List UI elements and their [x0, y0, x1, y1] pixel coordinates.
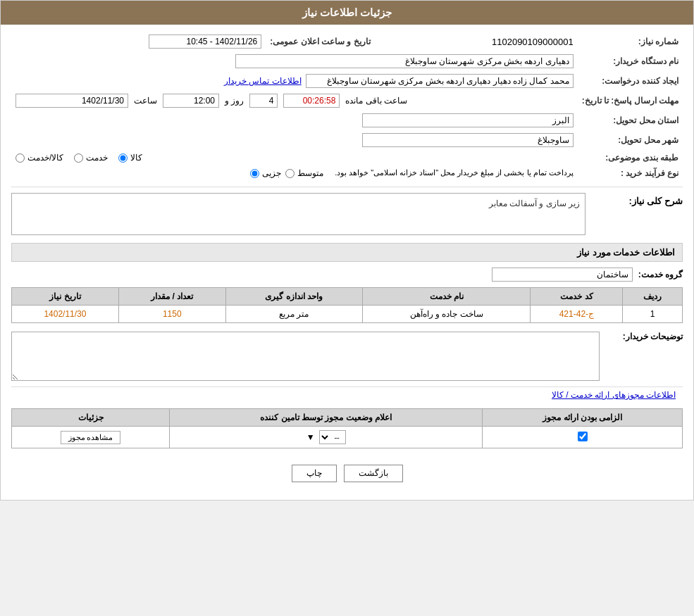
need-desc-label: شرح کلی نیاز: — [591, 193, 683, 209]
buyer-notes-label: توضیحات خریدار: — [605, 332, 683, 341]
announce-label: تاریخ و ساعت اعلان عمومی: — [266, 32, 374, 51]
view-license-button[interactable]: مشاهده مجوز — [61, 431, 121, 444]
deadline-time[interactable] — [163, 94, 219, 108]
contact-link[interactable]: اطلاعات تماس خریدار — [224, 76, 302, 86]
city-label: شهر محل تحویل: — [578, 130, 683, 150]
col-name: نام خدمت — [363, 288, 531, 306]
footer-buttons: بازگشت چاپ — [11, 454, 683, 493]
row-name: ساخت جاده و راه‌آهن — [363, 306, 531, 323]
process-jazyi-radio[interactable] — [250, 169, 259, 178]
deadline-label: مهلت ارسال پاسخ: تا تاریخ: — [578, 91, 683, 111]
services-table: ردیف کد خدمت نام خدمت واحد اندازه گیری ت… — [11, 287, 683, 323]
row-number: 1 — [623, 306, 683, 323]
table-row: 1 ج-42-421 ساخت جاده و راه‌آهن متر مربع … — [12, 306, 683, 323]
col-status: اعلام وضعیت مجوز توسط تامین کننده — [170, 409, 483, 427]
col-unit: واحد اندازه گیری — [225, 288, 362, 306]
process-motavaset-radio[interactable] — [285, 169, 295, 178]
license-required-checkbox[interactable] — [578, 432, 588, 441]
days-value[interactable] — [249, 94, 278, 108]
category-khedmat-label: خدمت — [86, 153, 108, 163]
license-section-link[interactable]: اطلاعات مجوزهای ارائه خدمت / کالا — [11, 386, 683, 403]
category-kala-radio[interactable] — [118, 153, 128, 163]
row-code: ج-42-421 — [531, 306, 623, 323]
buyer-notes-section: توضیحات خریدار: — [11, 329, 683, 381]
requester-label: ایجاد کننده درخواست: — [578, 71, 683, 91]
process-motavaset-label: متوسط — [297, 168, 323, 178]
remaining-time[interactable] — [283, 94, 340, 108]
col-row: ردیف — [623, 288, 683, 306]
col-required: الزامی بودن ارائه مجوز — [483, 409, 683, 427]
deadline-time-label: ساعت — [134, 96, 157, 106]
need-number-value: 1102090109000001 — [492, 37, 574, 47]
page-title: جزئیات اطلاعات نیاز — [1, 1, 693, 25]
chevron-down-icon: ▼ — [306, 432, 315, 442]
province-label: استان محل تحویل: — [578, 111, 683, 130]
need-desc-textarea[interactable] — [11, 193, 585, 235]
requester-value[interactable] — [306, 74, 574, 88]
category-kala-khedmat-label: کالا/خدمت — [27, 153, 63, 163]
service-group-label: گروه خدمت: — [638, 270, 683, 279]
divider-1 — [11, 187, 683, 187]
category-label: طبقه بندی موضوعی: — [578, 150, 683, 165]
process-text: پرداخت تمام یا بخشی از مبلغ خریدار محل "… — [335, 168, 574, 177]
deadline-date[interactable] — [16, 94, 128, 108]
col-code: کد خدمت — [531, 288, 623, 306]
col-qty: تعداد / مقدار — [118, 288, 225, 306]
print-button[interactable]: چاپ — [292, 465, 337, 482]
city-value[interactable] — [362, 133, 574, 147]
row-date: 1402/11/30 — [12, 306, 119, 323]
days-label: روز و — [225, 96, 244, 106]
row-unit: متر مربع — [225, 306, 362, 323]
back-button[interactable]: بازگشت — [344, 465, 403, 482]
row-qty: 1150 — [118, 306, 225, 323]
remaining-label: ساعت باقی مانده — [345, 96, 407, 106]
process-label: نوع فرآیند خرید : — [578, 165, 683, 181]
province-value[interactable] — [362, 113, 574, 127]
buyer-org-value[interactable] — [235, 54, 574, 68]
buyer-notes-textarea[interactable] — [11, 332, 600, 381]
col-date: تاریخ نیاز — [12, 288, 119, 306]
service-group-value[interactable] — [492, 268, 633, 282]
license-table: الزامی بودن ارائه مجوز اعلام وضعیت مجوز … — [11, 408, 683, 448]
license-table-row: -- ▼ مشاهده مجوز — [12, 427, 683, 448]
license-status-select[interactable]: -- — [319, 430, 346, 444]
category-kala-khedmat-radio[interactable] — [16, 153, 25, 163]
col-details: جزئیات — [12, 409, 170, 427]
category-kala-label: کالا — [130, 153, 142, 163]
need-number-label: شماره نیاز: — [578, 32, 683, 51]
announce-value[interactable] — [149, 34, 261, 49]
services-section-header: اطلاعات خدمات مورد نیاز — [11, 243, 683, 262]
info-table: شماره نیاز: 1102090109000001 تاریخ و ساع… — [11, 32, 683, 181]
process-jazyi-label: جزیی — [262, 168, 281, 178]
category-khedmat-radio[interactable] — [74, 153, 83, 163]
buyer-org-label: نام دستگاه خریدار: — [578, 51, 683, 71]
